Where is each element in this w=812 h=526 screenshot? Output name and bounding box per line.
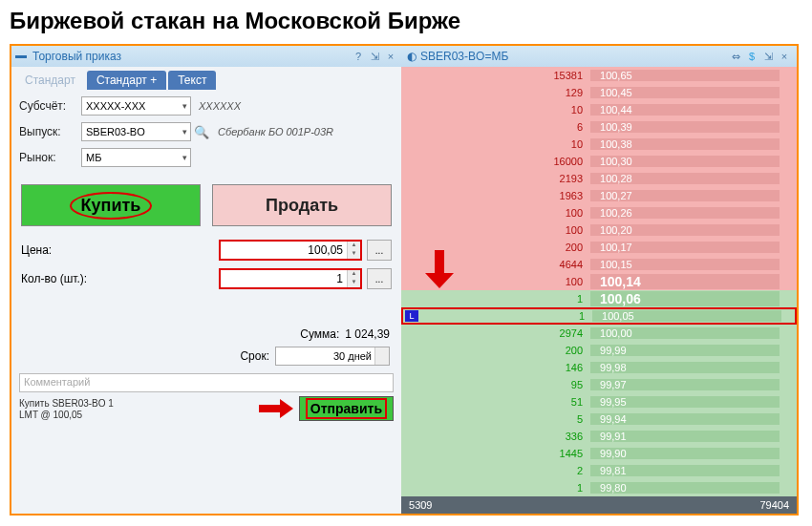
depth-row[interactable]: 6100,39 [401,118,797,136]
depth-volume: 129 [401,87,590,98]
depth-row[interactable]: 1963100,27 [401,187,797,204]
tab-standard-plus[interactable]: Стандарт + [87,71,166,90]
comment-input[interactable]: Комментарий [19,373,394,392]
depth-volume: 6 [401,121,590,133]
depth-row[interactable]: L1100,05 [401,307,797,325]
menu-icon[interactable] [15,55,27,58]
depth-price: 99,81 [590,465,780,476]
depth-price: 100,30 [590,156,780,167]
help-icon[interactable]: ? [352,50,365,63]
buy-button[interactable]: Купить [21,184,201,226]
depth-price: 100,14 [590,274,780,289]
depth-price: 100,26 [590,207,780,219]
sum-value: 1 024,39 [345,327,390,341]
depth-row[interactable]: 5199,95 [401,393,797,410]
expand-icon[interactable]: ⇔ [729,50,742,63]
depth-price: 100,05 [592,310,781,322]
order-panel: Торговый приказ ? ⇲ × Стандарт Стандарт … [11,46,401,514]
depth-row[interactable]: 144599,90 [401,445,797,462]
qty-input[interactable]: 1 ▲▼ [219,268,362,289]
depth-volume: 200 [401,345,590,356]
sell-button[interactable]: Продать [212,184,392,226]
issue-select[interactable]: SBER03-BO [81,122,191,141]
depth-row[interactable]: 2193100,28 [401,170,797,187]
price-more-button[interactable]: ... [367,240,392,261]
depth-row[interactable]: 199,80 [401,479,797,496]
depth-row[interactable]: 16000100,30 [401,153,797,170]
depth-title: SBER03-BO=МБ [420,50,508,63]
depth-volume: 10 [401,138,590,150]
depth-panel: ◐ SBER03-BO=МБ ⇔ $ ⇲ × 15381100,65129100… [401,46,797,514]
depth-volume: 100 [401,207,590,219]
market-label: Рынок: [19,151,81,164]
market-select[interactable]: МБ [81,148,191,167]
depth-row[interactable]: 10100,44 [401,101,797,118]
depth-price: 99,80 [590,482,780,494]
depth-price: 100,00 [590,327,780,339]
depth-volume: 1 [403,310,592,322]
depth-price: 100,20 [590,224,780,236]
depth-volume: 1963 [401,190,590,201]
depth-row[interactable]: 10100,38 [401,136,797,153]
depth-price: 100,44 [590,104,780,116]
depth-row[interactable]: 20099,99 [401,342,797,359]
search-icon[interactable]: 🔍 [193,123,210,140]
depth-volume: 1445 [401,448,590,459]
price-label: Цена: [21,243,107,257]
depth-row[interactable]: 100100,20 [401,221,797,239]
depth-price: 100,45 [590,87,780,98]
qty-more-button[interactable]: ... [367,268,392,289]
bullet-icon: ◐ [407,50,417,63]
close-icon[interactable]: × [384,50,397,63]
depth-volume: 1 [401,293,590,305]
issue-label: Выпуск: [19,125,81,138]
page-title: Биржевой стакан на Московской Бирже [0,0,812,44]
tab-text[interactable]: Текст [168,71,216,90]
depth-row[interactable]: 200100,17 [401,239,797,256]
depth-row[interactable]: 1100,06 [401,290,797,307]
depth-volume: 1 [401,482,590,494]
footer-right: 79404 [759,499,789,511]
subaccount-select[interactable]: XXXXX-XXX [81,96,191,116]
close-icon[interactable]: × [778,50,791,63]
depth-row[interactable]: 599,94 [401,410,797,428]
issue-desc: Сбербанк БО 001P-03R [218,126,333,137]
depth-row[interactable]: 4644100,15 [401,256,797,273]
order-titlebar: Торговый приказ ? ⇲ × [11,46,401,67]
order-badge: L [405,310,418,322]
depth-volume: 95 [401,379,590,390]
depth-row[interactable]: 100100,14 [401,273,797,290]
depth-row[interactable]: 129100,45 [401,84,797,101]
pin-icon[interactable]: ⇲ [368,50,381,63]
depth-volume: 146 [401,362,590,373]
depth-row[interactable]: 299,81 [401,462,797,479]
tab-standard[interactable]: Стандарт [15,71,85,90]
depth-volume: 100 [401,224,590,236]
depth-row[interactable]: 14699,98 [401,359,797,376]
depth-price: 99,94 [590,413,780,425]
depth-price: 100,15 [590,259,780,270]
arrow-right-icon [259,399,295,418]
depth-volume: 336 [401,431,590,442]
depth-row[interactable]: 9599,97 [401,376,797,393]
currency-icon[interactable]: $ [745,50,759,63]
depth-price: 100,39 [590,121,780,133]
price-input[interactable]: 100,05 ▲▼ [219,240,362,261]
window-title: Торговый приказ [32,50,121,63]
send-button[interactable]: Отправить [299,396,394,421]
depth-price: 100,17 [590,242,780,253]
arrow-down-icon [425,250,454,288]
term-input[interactable]: 30 дней [275,347,390,366]
depth-row[interactable]: 15381100,65 [401,67,797,84]
depth-price: 100,06 [590,291,780,306]
depth-row[interactable]: 33699,91 [401,428,797,445]
depth-volume: 2974 [401,327,590,339]
subaccount-desc: XXXXXX [199,100,241,112]
depth-price: 100,28 [590,173,780,184]
depth-row[interactable]: 2974100,00 [401,325,797,342]
depth-volume: 15381 [401,70,590,81]
depth-volume: 2 [401,465,590,476]
pin-icon[interactable]: ⇲ [761,50,775,63]
depth-table[interactable]: 15381100,65129100,4510100,446100,3910100… [401,67,797,496]
depth-row[interactable]: 100100,26 [401,204,797,221]
